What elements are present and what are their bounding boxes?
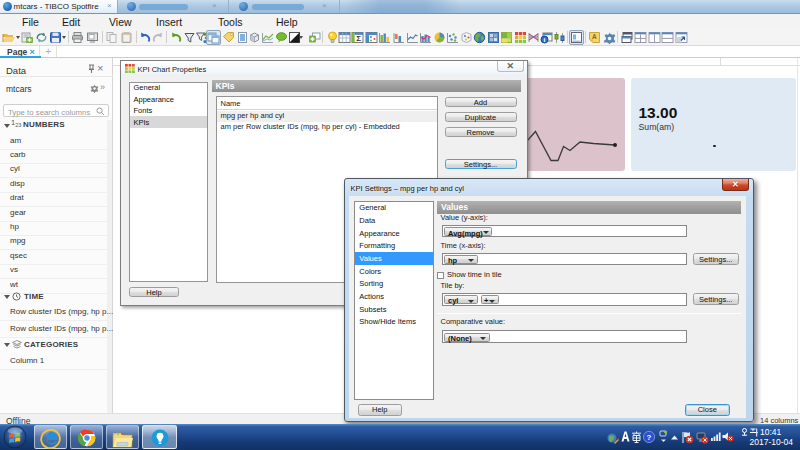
svg-text:Σ: Σ	[356, 34, 361, 43]
svg-text:A: A	[592, 33, 597, 40]
svg-text:?: ?	[646, 432, 651, 441]
svg-text:i: i	[543, 36, 545, 43]
